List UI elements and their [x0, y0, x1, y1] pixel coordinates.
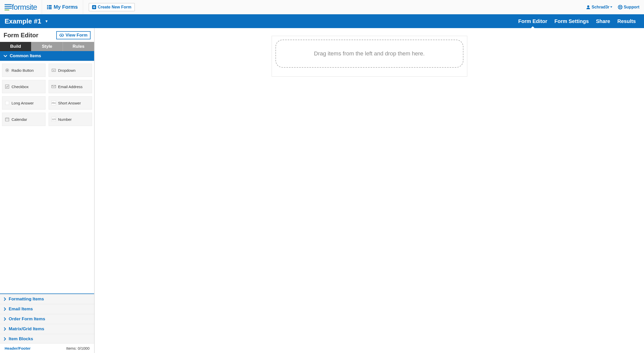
view-form-button[interactable]: View Form: [56, 31, 91, 39]
radio-icon: [5, 68, 9, 73]
item-dropdown[interactable]: Dropdown: [49, 64, 92, 77]
calendar-icon: [5, 117, 9, 122]
tab-label: Build: [10, 44, 21, 49]
category-item-blocks[interactable]: Item Blocks: [0, 334, 94, 344]
item-radio-button[interactable]: Radio Button: [2, 64, 46, 77]
item-short-answer[interactable]: Abc Short Answer: [49, 96, 92, 110]
svg-rect-9: [49, 8, 52, 9]
chevron-right-icon: [4, 297, 6, 301]
category-label: Order Form Items: [9, 316, 45, 322]
main-layout: Form Editor View Form Build Style Rules …: [0, 28, 644, 353]
category-label: Formatting Items: [9, 297, 44, 302]
lifebuoy-icon: [618, 5, 623, 9]
create-new-form-label: Create New Form: [98, 5, 131, 9]
form-nav-bar: Example #1 ▼ Form Editor Form Settings S…: [0, 14, 644, 28]
items-count: Items: 0/1000: [66, 346, 90, 350]
svg-rect-21: [52, 69, 55, 72]
my-forms-label: My Forms: [54, 4, 78, 10]
svg-rect-6: [47, 7, 48, 8]
tab-form-settings[interactable]: Form Settings: [551, 14, 592, 28]
editor-tab-style[interactable]: Style: [31, 42, 63, 51]
tab-label: Share: [596, 18, 610, 24]
sidebar-footer: Header/Footer Items: 0/1000: [0, 343, 94, 353]
svg-point-18: [61, 35, 62, 36]
editor-header: Form Editor View Form: [0, 28, 94, 42]
editor-title: Form Editor: [4, 32, 38, 39]
plus-icon: [92, 5, 96, 9]
svg-rect-4: [47, 5, 48, 6]
user-menu[interactable]: Schrad3r: [583, 5, 616, 9]
chevron-down-icon: [4, 55, 7, 57]
logo-icon: [5, 4, 12, 10]
drop-hint: Drag items from the left and drop them h…: [314, 50, 425, 57]
header-footer-link[interactable]: Header/Footer: [5, 346, 31, 350]
logo[interactable]: formsite: [0, 0, 42, 14]
number-icon: 123: [51, 117, 56, 122]
tab-share[interactable]: Share: [592, 14, 614, 28]
item-label: Calendar: [12, 117, 27, 122]
tab-label: Results: [617, 18, 636, 24]
svg-line-15: [621, 6, 622, 6]
top-header: formsite My Forms Create New Form Schrad…: [0, 0, 644, 14]
item-checkbox[interactable]: Checkbox: [2, 80, 46, 93]
sidebar: Form Editor View Form Build Style Rules …: [0, 28, 95, 353]
logo-text: formsite: [12, 3, 37, 11]
svg-line-16: [619, 8, 619, 9]
drop-zone[interactable]: Drag items from the left and drop them h…: [275, 40, 463, 68]
item-email-address[interactable]: Email Address: [49, 80, 92, 93]
list-icon: [47, 5, 52, 9]
abc-icon: Abc: [51, 101, 56, 105]
svg-point-11: [587, 5, 589, 7]
editor-tab-build[interactable]: Build: [0, 42, 31, 51]
email-icon: [51, 84, 56, 89]
chevron-right-icon: [4, 337, 6, 341]
form-canvas: Drag items from the left and drop them h…: [95, 28, 644, 353]
chevron-right-icon: [4, 327, 6, 331]
category-order-form-items[interactable]: Order Form Items: [0, 314, 94, 324]
my-forms-link[interactable]: My Forms: [42, 0, 83, 14]
form-name-dropdown[interactable]: Example #1 ▼: [5, 17, 48, 25]
create-new-form-button[interactable]: Create New Form: [89, 3, 135, 11]
checkbox-icon: [5, 84, 9, 89]
caret-down-icon: [610, 6, 612, 8]
user-icon: [586, 5, 590, 9]
item-label: Short Answer: [58, 101, 81, 105]
form-name-text: Example #1: [5, 17, 41, 25]
category-matrix-grid-items[interactable]: Matrix/Grid Items: [0, 324, 94, 334]
svg-rect-22: [5, 85, 9, 88]
editor-tabs: Build Style Rules: [0, 42, 94, 51]
svg-point-13: [619, 6, 621, 8]
item-calendar[interactable]: Calendar: [2, 113, 46, 126]
chevron-down-icon: ▼: [45, 19, 48, 23]
tab-form-editor[interactable]: Form Editor: [515, 14, 551, 28]
editor-tab-rules[interactable]: Rules: [63, 42, 94, 51]
category-label: Email Items: [9, 307, 33, 312]
item-long-answer[interactable]: Long Answer: [2, 96, 46, 110]
view-form-label: View Form: [65, 33, 87, 38]
form-nav-tabs: Form Editor Form Settings Share Results: [515, 14, 639, 28]
svg-rect-25: [5, 118, 9, 121]
item-label: Radio Button: [12, 68, 34, 73]
long-answer-icon: [5, 101, 9, 105]
eye-icon: [59, 34, 64, 37]
collapsed-categories: Formatting Items Email Items Order Form …: [0, 293, 94, 344]
svg-line-17: [621, 8, 622, 9]
item-number[interactable]: 123 Number: [49, 113, 92, 126]
tab-results[interactable]: Results: [614, 14, 639, 28]
item-label: Dropdown: [58, 68, 75, 73]
svg-rect-5: [49, 5, 52, 6]
tab-label: Rules: [73, 44, 84, 49]
item-label: Number: [58, 117, 72, 122]
category-email-items[interactable]: Email Items: [0, 304, 94, 314]
category-formatting-items[interactable]: Formatting Items: [0, 294, 94, 304]
tab-label: Form Settings: [554, 18, 589, 24]
svg-point-20: [6, 69, 8, 71]
category-label: Item Blocks: [9, 336, 33, 342]
category-common-items[interactable]: Common Items: [0, 51, 94, 61]
canvas-box: Drag items from the left and drop them h…: [272, 36, 467, 77]
support-link[interactable]: Support: [616, 5, 644, 9]
user-name: Schrad3r: [592, 5, 609, 9]
items-grid: Radio Button Dropdown Checkbox Email Add…: [0, 61, 94, 136]
svg-rect-8: [47, 8, 48, 9]
tab-label: Form Editor: [518, 18, 547, 24]
